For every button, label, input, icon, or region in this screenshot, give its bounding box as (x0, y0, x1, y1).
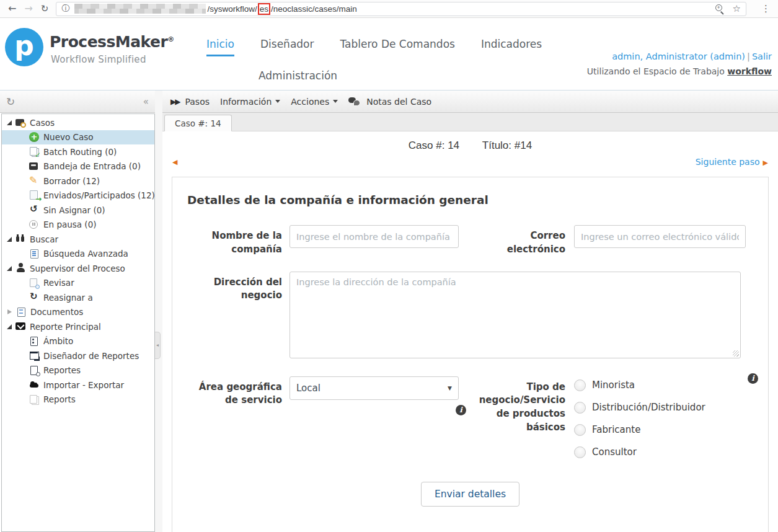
tree-item-label: Sin Asignar (0) (43, 205, 105, 215)
user-profile-link[interactable]: admin, Administrator (admin) (612, 51, 745, 61)
case-title: Título: #14 (482, 140, 532, 151)
tree-item-disenador-de-reportes[interactable]: Diseñador de Reportes (2, 348, 154, 363)
case-notes-chat-icon (348, 97, 361, 107)
url-bar[interactable]: ⓘ /sysworkflow/es/neoclassic/cases/main … (56, 2, 746, 16)
sent-page-icon (29, 190, 40, 201)
nav-item-disenador[interactable]: Diseñador (260, 38, 314, 56)
bookmark-star-icon[interactable]: ☆ (733, 3, 741, 14)
company-name-input[interactable] (290, 225, 459, 248)
url-locale-highlight: es (258, 3, 270, 15)
case-notes-button[interactable]: Notas del Caso (348, 97, 431, 107)
page-info-icon[interactable]: ⓘ (61, 3, 69, 14)
tree-item-label: Buscar (30, 234, 58, 244)
new-case-plus-icon (29, 132, 40, 143)
radio-option-distribucion-distribuidor[interactable]: Distribución/Distribuidor (574, 402, 705, 414)
tree-item-label: Enviados/Participados (12) (43, 190, 155, 200)
radio-button-icon[interactable] (574, 402, 586, 414)
business-type-options: MinoristaDistribución/DistribuidorFabric… (574, 376, 705, 458)
service-area-select[interactable]: Local ▼ (290, 376, 459, 400)
tree-item-bandeja-de-entrada-0[interactable]: Bandeja de Entrada (0) (2, 159, 154, 174)
radio-option-minorista[interactable]: Minorista (574, 379, 705, 391)
tree-item-reporte-principal[interactable]: Reporte Principal (2, 319, 154, 334)
browser-forward-icon[interactable]: → (24, 0, 32, 17)
draft-pencil-icon (29, 175, 40, 186)
refresh-icon[interactable]: ↻ (6, 95, 15, 108)
reports-pages-icon (29, 394, 40, 405)
caret-down-icon (333, 100, 338, 103)
case-toolbar: ▶▶ Pasos Información Acciones Notas del … (162, 91, 778, 113)
tree-item-en-pausa-0[interactable]: En pausa (0) (2, 218, 154, 233)
radio-option-label: Minorista (592, 379, 635, 391)
splitter-handle-icon[interactable]: ◂ (155, 332, 161, 359)
tree-item-borrador-12[interactable]: Borrador (12) (2, 174, 154, 188)
actions-menu[interactable]: Acciones (291, 97, 338, 107)
tree-item-supervisor-del-proceso[interactable]: Supervisor del Proceso (2, 261, 154, 276)
browser-back-icon[interactable]: ← (8, 0, 16, 17)
radio-button-icon[interactable] (574, 379, 586, 391)
browser-menu-icon[interactable]: ⋮ (761, 3, 771, 14)
tree-item-casos[interactable]: Casos (2, 115, 154, 130)
processmaker-logo-icon[interactable]: p (5, 28, 43, 66)
workspace-line: Utilizando el Espacio de Trabajo workflo… (587, 66, 772, 76)
case-header: Caso #: 14 Título: #14 (162, 140, 778, 152)
main-area: ▶▶ Pasos Información Acciones Notas del … (162, 91, 778, 532)
tree-item-reports[interactable]: Reports (2, 392, 154, 407)
user-area: admin, Administrator (admin)|Salir Utili… (587, 51, 772, 76)
service-area-info-icon[interactable]: i (456, 405, 466, 415)
collapse-node-icon[interactable] (7, 237, 12, 242)
tree-item-enviados-participados-12[interactable]: Enviados/Participados (12) (2, 188, 154, 203)
steps-button[interactable]: ▶▶ Pasos (170, 97, 210, 107)
business-address-textarea[interactable] (290, 272, 741, 358)
browser-reload-icon[interactable]: ↻ (41, 0, 49, 17)
nav-item-administracion[interactable]: Administración (259, 69, 337, 86)
submit-details-button[interactable]: Enviar detalles (421, 482, 519, 507)
next-step-arrow-icon: ▶ (763, 159, 768, 167)
next-step-link[interactable]: Siguiente paso▶ (696, 157, 768, 167)
form-row-1: Nombre de la compañía Correo electrónico (187, 225, 753, 257)
tree-item-revisar[interactable]: Revisar (2, 276, 154, 291)
app-header: p ProcessMaker® Workflow Simplified Inic… (0, 18, 778, 91)
case-tab[interactable]: Caso #: 14 (164, 115, 232, 131)
supervisor-person-icon (15, 263, 26, 273)
previous-step-arrow-icon[interactable]: ◀ (172, 158, 177, 166)
browser-zoom-icon[interactable] (715, 4, 725, 14)
reports-page-icon (29, 365, 40, 376)
information-menu[interactable]: Información (220, 97, 280, 107)
logout-link[interactable]: Salir (752, 51, 772, 61)
tree-item-documentos[interactable]: Documentos (2, 305, 154, 320)
collapse-node-icon[interactable] (7, 324, 12, 329)
review-page-icon (29, 278, 40, 288)
tree-item-batch-routing-0[interactable]: Batch Routing (0) (2, 144, 154, 159)
email-input[interactable] (574, 225, 746, 248)
workspace-link[interactable]: workflow (727, 66, 772, 76)
tree-item-buscar[interactable]: Buscar (2, 232, 154, 247)
radio-button-icon[interactable] (574, 446, 586, 458)
browser-bar: ← → ↻ ⓘ /sysworkflow/es/neoclassic/cases… (0, 0, 778, 18)
nav-item-inicio[interactable]: Inicio (206, 38, 234, 56)
radio-option-consultor[interactable]: Consultor (574, 446, 705, 458)
nav-row-2: Administración (206, 69, 591, 86)
expand-node-icon[interactable] (7, 309, 12, 314)
caret-down-icon (275, 100, 280, 103)
radio-option-fabricante[interactable]: Fabricante (574, 424, 705, 436)
tree-item-ambito[interactable]: Ámbito (2, 334, 154, 349)
inbox-icon (29, 161, 40, 172)
tree-item-reportes[interactable]: Reportes (2, 363, 154, 378)
tree-item-importar-exportar[interactable]: Importar - Exportar (2, 378, 154, 392)
tree-item-sin-asignar-0[interactable]: Sin Asignar (0) (2, 203, 154, 218)
collapse-node-icon[interactable] (7, 266, 12, 271)
collapse-node-icon[interactable] (7, 120, 12, 125)
radio-button-icon[interactable] (574, 424, 586, 436)
business-type-label: Tipo de negocio/Servicio de productos bá… (472, 376, 565, 458)
business-type-info-icon[interactable]: i (748, 373, 758, 384)
nav-item-tablero-de-comandos[interactable]: Tablero De Comandos (340, 38, 455, 56)
tree-item-label: Batch Routing (0) (43, 147, 117, 157)
user-line: admin, Administrator (admin)|Salir (587, 51, 772, 61)
reassign-arrow-icon (29, 292, 40, 303)
tree-item-nuevo-caso[interactable]: Nuevo Caso (2, 130, 154, 145)
nav-item-indicadores[interactable]: Indicadores (481, 38, 542, 56)
tree-item-reasignar-a[interactable]: Reasignar a (2, 290, 154, 305)
collapse-sidebar-icon[interactable]: « (143, 96, 149, 107)
splitter-gutter[interactable] (155, 91, 162, 532)
tree-item-busqueda-avanzada[interactable]: Búsqueda Avanzada (2, 247, 154, 262)
